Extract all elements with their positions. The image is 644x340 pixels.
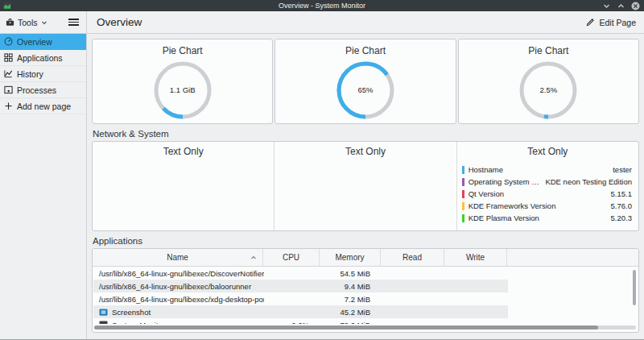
section-title-applications: Applications: [93, 236, 644, 246]
text-only-column-3: Text Only Hostname tester Operating Syst…: [456, 142, 638, 230]
page-title: Overview: [97, 16, 142, 28]
sidebar-item-overview[interactable]: Overview: [0, 34, 86, 50]
cell-memory: 9.4 MiB: [320, 282, 382, 291]
pie-chart-title: Pie Chart: [275, 45, 455, 56]
pie-chart-row: Pie Chart 1.1 GiB Pie Chart 65% Pie Char…: [92, 39, 639, 124]
table-header: Name CPU Memory Read Write: [93, 249, 638, 267]
column-title: Text Only: [457, 146, 638, 157]
table-body: /usr/lib/x86_64-linux-gnu/libexec/Discov…: [93, 267, 638, 324]
cell-name: Screenshot: [93, 308, 264, 317]
edit-page-label: Edit Page: [599, 18, 636, 27]
sensor-color-bar: [462, 214, 464, 222]
system-info-list: Hostname tester Operating System Name an…: [457, 164, 638, 224]
maximize-icon[interactable]: [617, 2, 625, 10]
close-icon[interactable]: [631, 2, 640, 10]
pencil-icon: [586, 18, 595, 27]
system-monitor-icon: [99, 321, 108, 325]
column-header-empty: [507, 249, 638, 266]
screenshot-icon: [99, 308, 108, 317]
sidebar-item-history[interactable]: History: [0, 66, 86, 82]
sensor-color-bar: [462, 178, 464, 186]
system-monitor-window: Overview - System Monitor: [0, 0, 644, 340]
sidebar-item-processes[interactable]: Processes: [0, 82, 86, 98]
pie-chart-card-2: Pie Chart 65%: [275, 39, 456, 124]
text-only-column-2: Text Only: [274, 142, 456, 230]
network-system-card: Text Only Text Only Text Only Hostname t…: [92, 141, 639, 231]
grid-icon: [4, 53, 13, 62]
sidebar-item-label: Processes: [17, 85, 56, 95]
sidebar-item-label: Add new page: [17, 102, 71, 111]
cell-memory: 45.2 MiB: [320, 308, 382, 317]
info-row-hostname: Hostname tester: [457, 164, 638, 176]
table-row[interactable]: System Monitor 2.0% 79.0 MiB: [93, 318, 508, 324]
sidebar: Overview Applications History: [0, 34, 87, 339]
sidebar-item-applications[interactable]: Applications: [0, 50, 86, 66]
minimize-icon[interactable]: [602, 2, 611, 10]
sidebar-item-label: Applications: [17, 53, 63, 63]
info-row-frameworks-version: KDE Frameworks Version 5.76.0: [457, 200, 638, 212]
gauge-icon: [4, 37, 13, 46]
sidebar-item-label: Overview: [17, 37, 52, 47]
info-row-os-name: Operating System Name and Ve… KDE neon T…: [457, 176, 638, 188]
sidebar-item-add-new-page[interactable]: Add new page: [0, 98, 86, 114]
titlebar: Overview - System Monitor: [0, 0, 644, 11]
column-title: Text Only: [93, 146, 274, 157]
sensor-color-bar: [462, 166, 464, 174]
horizontal-scrollbar-track[interactable]: [94, 325, 636, 330]
cell-name: /usr/lib/x86_64-linux-gnu/libexec/Discov…: [93, 269, 264, 278]
page-header: Overview Edit Page: [87, 11, 644, 33]
line-chart-icon: [4, 69, 13, 78]
cell-name: System Monitor: [93, 321, 264, 325]
sidebar-header: Tools: [0, 11, 87, 33]
tools-label: Tools: [18, 18, 38, 27]
toolbox-icon: [6, 18, 14, 27]
pie-chart-card-3: Pie Chart 2.5%: [458, 39, 639, 124]
table-row[interactable]: /usr/lib/x86_64-linux-gnu/libexec/xdg-de…: [93, 292, 508, 305]
table-row[interactable]: /usr/lib/x86_64-linux-gnu/libexec/baloor…: [93, 280, 508, 292]
text-only-column-1: Text Only: [93, 142, 274, 230]
window-controls: [602, 0, 640, 11]
column-header-write[interactable]: Write: [444, 249, 507, 266]
hamburger-menu-icon[interactable]: [68, 19, 79, 26]
table-row[interactable]: /usr/lib/x86_64-linux-gnu/libexec/Discov…: [93, 267, 508, 280]
sidebar-item-label: History: [17, 69, 43, 79]
window-title: Overview - System Monitor: [0, 2, 644, 10]
cell-name: /usr/lib/x86_64-linux-gnu/libexec/xdg-de…: [93, 295, 264, 304]
cell-memory: 7.2 MiB: [320, 295, 382, 304]
vertical-scrollbar[interactable]: [633, 270, 636, 305]
pie-chart-value: 2.5%: [459, 85, 638, 94]
sort-ascending-icon: [250, 255, 257, 261]
horizontal-scrollbar-thumb[interactable]: [94, 325, 598, 330]
info-row-qt-version: Qt Version 5.15.1: [457, 188, 638, 200]
applications-table-card: Name CPU Memory Read Write: [92, 248, 639, 333]
main-content: Pie Chart 1.1 GiB Pie Chart 65% Pie Char…: [87, 34, 644, 339]
pie-chart-title: Pie Chart: [93, 45, 272, 56]
column-header-name[interactable]: Name: [93, 249, 263, 266]
tools-menu-button[interactable]: Tools: [6, 18, 47, 27]
info-row-plasma-version: KDE Plasma Version 5.20.3: [457, 212, 638, 224]
cell-memory: 54.5 MiB: [320, 269, 382, 278]
table-row[interactable]: Screenshot 45.2 MiB: [93, 305, 508, 318]
pie-chart-title: Pie Chart: [459, 45, 638, 56]
sensor-color-bar: [462, 190, 464, 198]
column-title: Text Only: [275, 146, 456, 157]
plus-icon: [4, 102, 13, 110]
toolbar: Tools Overview Edit Page: [0, 11, 644, 34]
cell-name: /usr/lib/x86_64-linux-gnu/libexec/baloor…: [93, 282, 264, 291]
cell-cpu: 2.0%: [264, 321, 320, 325]
column-header-read[interactable]: Read: [381, 249, 444, 266]
pie-chart-card-1: Pie Chart 1.1 GiB: [92, 39, 273, 124]
pie-chart-value: 1.1 GiB: [93, 85, 272, 94]
pie-chart-value: 65%: [275, 85, 455, 94]
window-icon: [4, 85, 13, 94]
edit-page-button[interactable]: Edit Page: [586, 18, 636, 27]
chevron-down-icon: [41, 19, 47, 26]
cell-memory: 79.0 MiB: [320, 321, 382, 325]
section-title-network-system: Network & System: [93, 129, 644, 139]
sensor-color-bar: [462, 202, 464, 210]
column-header-memory[interactable]: Memory: [320, 249, 381, 266]
column-header-cpu[interactable]: CPU: [263, 249, 320, 266]
